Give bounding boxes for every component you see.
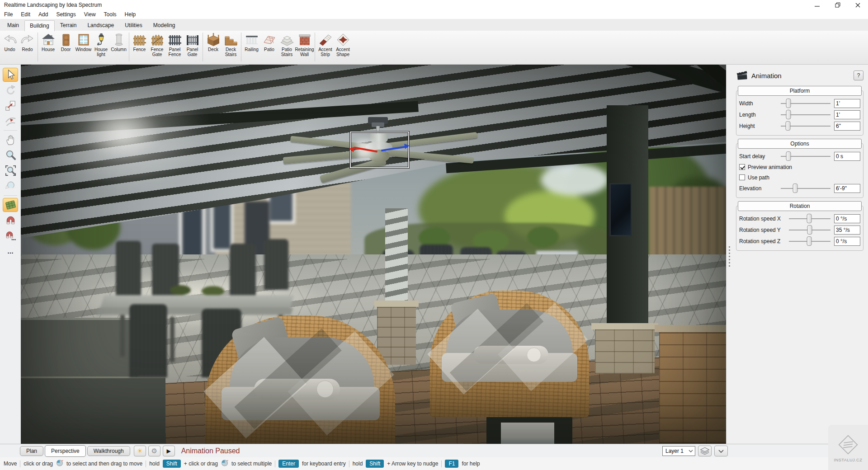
rotation-z-slider[interactable] [788,236,831,246]
orbit-view-tool[interactable] [3,179,18,193]
length-slider[interactable] [780,110,831,119]
minimize-button[interactable] [807,0,827,10]
toolbar-button-accent-strip[interactable]: Accent Strip [316,32,334,57]
toolbar-button-door[interactable]: Door [57,32,75,52]
rotation-y-slider[interactable] [788,225,831,235]
scale-tool[interactable] [3,99,18,113]
rotation-x-slider[interactable] [788,214,831,223]
menu-settings[interactable]: Settings [52,10,80,19]
menu-add[interactable]: Add [34,10,52,19]
pan-tool[interactable] [3,133,18,147]
width-input[interactable] [834,99,860,108]
view-settings-button[interactable]: ⚙ [148,446,160,456]
splitter-handle[interactable] [729,246,730,267]
toolbar-button-patio[interactable]: Patio [260,32,278,52]
panel-splitter[interactable] [726,65,732,444]
options-group-header[interactable]: Options [738,139,862,149]
move-arrow-x-head[interactable] [349,146,354,152]
tab-modeling[interactable]: Modeling [148,20,181,31]
shift-key-badge: Shift [366,460,384,468]
status-text: for keyboard entry [302,461,346,467]
hand-icon [5,134,17,146]
grid-snap-tool[interactable] [3,198,18,212]
snap-tool[interactable] [3,213,18,227]
move-arrow-y-head[interactable] [404,143,410,149]
toolbar-button-panel-fence[interactable]: Panel Fence [166,32,184,57]
toolbar-button-column[interactable]: Column [110,32,127,52]
elevation-slider[interactable] [780,183,831,193]
toolbar-button-house[interactable]: House [39,32,57,52]
length-input[interactable] [834,110,860,119]
close-button[interactable] [848,0,868,10]
panel-fence-icon [168,33,182,47]
zoom-region-tool[interactable] [3,164,18,178]
rotation-x-input[interactable] [834,214,860,223]
menu-help[interactable]: Help [121,10,140,19]
toolbar-button-retaining-wall[interactable]: Retaining Wall [296,32,313,57]
menu-file[interactable]: File [0,10,17,19]
view-tab-plan[interactable]: Plan [20,446,43,456]
toolbar-button-deck-stairs[interactable]: Deck Stairs [222,32,240,57]
toolbar-separator [241,33,241,61]
elevation-label: Elevation [739,185,780,192]
help-button[interactable]: ? [854,70,863,80]
options-group: Options Start delay Preview animation Us… [736,143,863,198]
width-slider[interactable] [780,99,831,108]
mouse-icon [56,460,63,468]
left-tool-strip: … [0,65,21,444]
toolbar-button-house-light[interactable]: House light [92,32,110,57]
animation-status: Animation Paused [181,447,240,455]
expand-button[interactable] [714,446,728,456]
view-tab-perspective[interactable]: Perspective [45,445,86,457]
rotate-tool[interactable] [3,83,18,97]
toolbar-button-panel-gate[interactable]: Panel Gate [184,32,201,57]
selection-box[interactable] [350,132,409,168]
platform-group-header[interactable]: Platform [738,86,862,96]
rotation-group-header[interactable]: Rotation [738,201,862,211]
tab-utilities[interactable]: Utilities [119,20,148,31]
layers-button[interactable] [698,446,712,456]
play-animation-button[interactable]: ▶ [163,446,175,456]
menu-tools[interactable]: Tools [100,10,121,19]
toolbar-button-undo[interactable]: Undo [1,32,19,52]
toolbar-button-accent-shape[interactable]: Accent Shape [334,32,352,57]
bend-tool[interactable] [3,114,18,128]
view-tab-walkthrough[interactable]: Walkthrough [87,446,130,456]
elevation-input[interactable] [834,184,860,193]
toolbar-button-window[interactable]: Window [75,32,92,52]
start-delay-input[interactable] [834,152,860,161]
clapperboard-icon [736,70,748,82]
menu-view[interactable]: View [80,10,100,19]
height-input[interactable] [834,122,860,131]
preview-animation-checkbox[interactable] [739,164,745,170]
viewport[interactable] [21,65,726,444]
use-path-checkbox[interactable] [739,174,745,180]
centerpiece [170,285,191,295]
restore-button[interactable] [827,0,848,10]
toolbar-button-patio-stairs[interactable]: Patio Stairs [278,32,296,57]
select-tool[interactable] [3,68,18,82]
tab-landscape[interactable]: Landscape [82,20,119,31]
daylight-button[interactable]: ☀ [134,446,146,456]
more-tools-button[interactable]: … [3,244,18,258]
toolbar-button-redo[interactable]: Redo [19,32,36,52]
start-delay-slider[interactable] [780,151,831,161]
rotation-z-input[interactable] [834,237,860,246]
layer-select[interactable]: Layer 1 [662,446,695,456]
tab-main[interactable]: Main [2,20,24,31]
menu-edit[interactable]: Edit [17,10,34,19]
tab-building[interactable]: Building [24,20,55,31]
toolbar-button-fence[interactable]: Fence [131,32,148,52]
deck-stairs-icon [224,33,238,47]
sofa-right [430,291,589,422]
rotation-y-input[interactable] [834,226,860,235]
tab-terrain[interactable]: Terrain [55,20,82,31]
accent-strip-icon [318,33,333,47]
height-slider[interactable] [780,121,831,131]
toolbar-button-deck[interactable]: Deck [204,32,222,52]
zoom-tool[interactable] [3,148,18,162]
snap-points-tool[interactable] [3,229,18,243]
toolbar-button-railing[interactable]: Railing [243,32,260,52]
toolbar-button-fence-gate[interactable]: Fence Gate [148,32,166,57]
toolbar-separator [203,33,203,61]
